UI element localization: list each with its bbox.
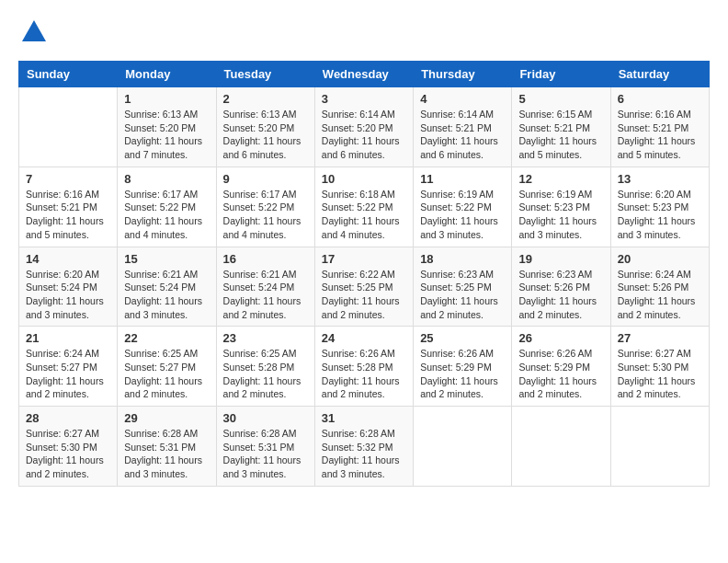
calendar-cell: 11Sunrise: 6:19 AM Sunset: 5:22 PM Dayli… [414, 167, 512, 247]
day-info: Sunrise: 6:27 AM Sunset: 5:30 PM Dayligh… [618, 347, 702, 401]
calendar-cell [512, 407, 610, 487]
logo [18, 18, 48, 52]
day-number: 30 [223, 411, 308, 425]
day-number: 9 [223, 172, 308, 186]
calendar-cell: 13Sunrise: 6:20 AM Sunset: 5:23 PM Dayli… [610, 167, 709, 247]
day-info: Sunrise: 6:24 AM Sunset: 5:27 PM Dayligh… [26, 347, 110, 401]
day-number: 1 [124, 92, 209, 106]
calendar-cell: 21Sunrise: 6:24 AM Sunset: 5:27 PM Dayli… [19, 327, 118, 407]
calendar-cell: 31Sunrise: 6:28 AM Sunset: 5:32 PM Dayli… [314, 407, 413, 487]
calendar-cell: 30Sunrise: 6:28 AM Sunset: 5:31 PM Dayli… [216, 407, 314, 487]
day-info: Sunrise: 6:23 AM Sunset: 5:25 PM Dayligh… [420, 268, 505, 322]
day-number: 7 [26, 172, 110, 186]
day-number: 6 [618, 92, 702, 106]
day-number: 26 [518, 331, 603, 345]
calendar-cell: 2Sunrise: 6:13 AM Sunset: 5:20 PM Daylig… [216, 87, 314, 167]
calendar-cell: 24Sunrise: 6:26 AM Sunset: 5:28 PM Dayli… [314, 327, 413, 407]
day-number: 21 [26, 331, 110, 345]
day-number: 2 [223, 92, 308, 106]
page-header [18, 18, 710, 52]
calendar-cell: 5Sunrise: 6:15 AM Sunset: 5:21 PM Daylig… [512, 87, 610, 167]
calendar-week-4: 21Sunrise: 6:24 AM Sunset: 5:27 PM Dayli… [19, 327, 710, 407]
day-info: Sunrise: 6:17 AM Sunset: 5:22 PM Dayligh… [223, 188, 308, 242]
calendar-cell: 6Sunrise: 6:16 AM Sunset: 5:21 PM Daylig… [610, 87, 709, 167]
day-number: 5 [518, 92, 603, 106]
day-info: Sunrise: 6:23 AM Sunset: 5:26 PM Dayligh… [518, 268, 603, 322]
calendar-cell: 23Sunrise: 6:25 AM Sunset: 5:28 PM Dayli… [216, 327, 314, 407]
calendar-cell [414, 407, 512, 487]
calendar-week-2: 7Sunrise: 6:16 AM Sunset: 5:21 PM Daylig… [19, 167, 710, 247]
calendar-cell: 8Sunrise: 6:17 AM Sunset: 5:22 PM Daylig… [118, 167, 216, 247]
day-info: Sunrise: 6:26 AM Sunset: 5:29 PM Dayligh… [420, 347, 505, 401]
day-info: Sunrise: 6:14 AM Sunset: 5:20 PM Dayligh… [322, 108, 406, 162]
calendar-cell: 9Sunrise: 6:17 AM Sunset: 5:22 PM Daylig… [216, 167, 314, 247]
day-info: Sunrise: 6:21 AM Sunset: 5:24 PM Dayligh… [124, 268, 209, 322]
day-number: 18 [420, 252, 505, 266]
calendar-cell: 3Sunrise: 6:14 AM Sunset: 5:20 PM Daylig… [314, 87, 413, 167]
day-info: Sunrise: 6:28 AM Sunset: 5:31 PM Dayligh… [124, 427, 209, 481]
day-number: 29 [124, 411, 209, 425]
calendar-cell [19, 87, 118, 167]
day-info: Sunrise: 6:16 AM Sunset: 5:21 PM Dayligh… [618, 108, 702, 162]
weekday-header-friday: Friday [512, 62, 610, 87]
day-number: 12 [518, 172, 603, 186]
day-info: Sunrise: 6:25 AM Sunset: 5:27 PM Dayligh… [124, 347, 209, 401]
day-info: Sunrise: 6:18 AM Sunset: 5:22 PM Dayligh… [322, 188, 406, 242]
day-info: Sunrise: 6:27 AM Sunset: 5:30 PM Dayligh… [26, 427, 110, 481]
calendar-cell: 26Sunrise: 6:26 AM Sunset: 5:29 PM Dayli… [512, 327, 610, 407]
day-number: 24 [322, 331, 406, 345]
day-info: Sunrise: 6:13 AM Sunset: 5:20 PM Dayligh… [124, 108, 209, 162]
day-number: 23 [223, 331, 308, 345]
day-number: 17 [322, 252, 406, 266]
day-number: 22 [124, 331, 209, 345]
day-info: Sunrise: 6:22 AM Sunset: 5:25 PM Dayligh… [322, 268, 406, 322]
day-info: Sunrise: 6:24 AM Sunset: 5:26 PM Dayligh… [618, 268, 702, 322]
calendar-cell: 16Sunrise: 6:21 AM Sunset: 5:24 PM Dayli… [216, 247, 314, 327]
day-number: 28 [26, 411, 110, 425]
calendar-cell: 18Sunrise: 6:23 AM Sunset: 5:25 PM Dayli… [414, 247, 512, 327]
weekday-header-saturday: Saturday [610, 62, 709, 87]
weekday-header-thursday: Thursday [414, 62, 512, 87]
day-info: Sunrise: 6:28 AM Sunset: 5:32 PM Dayligh… [322, 427, 406, 481]
day-number: 16 [223, 252, 308, 266]
calendar-cell: 17Sunrise: 6:22 AM Sunset: 5:25 PM Dayli… [314, 247, 413, 327]
calendar-week-3: 14Sunrise: 6:20 AM Sunset: 5:24 PM Dayli… [19, 247, 710, 327]
weekday-header-tuesday: Tuesday [216, 62, 314, 87]
calendar-cell: 4Sunrise: 6:14 AM Sunset: 5:21 PM Daylig… [414, 87, 512, 167]
day-number: 11 [420, 172, 505, 186]
day-number: 27 [618, 331, 702, 345]
calendar-cell: 1Sunrise: 6:13 AM Sunset: 5:20 PM Daylig… [118, 87, 216, 167]
calendar-cell: 10Sunrise: 6:18 AM Sunset: 5:22 PM Dayli… [314, 167, 413, 247]
day-number: 25 [420, 331, 505, 345]
day-info: Sunrise: 6:28 AM Sunset: 5:31 PM Dayligh… [223, 427, 308, 481]
day-number: 8 [124, 172, 209, 186]
calendar-body: 1Sunrise: 6:13 AM Sunset: 5:20 PM Daylig… [19, 87, 710, 487]
day-info: Sunrise: 6:17 AM Sunset: 5:22 PM Dayligh… [124, 188, 209, 242]
weekday-header-sunday: Sunday [19, 62, 118, 87]
day-number: 3 [322, 92, 406, 106]
day-info: Sunrise: 6:26 AM Sunset: 5:29 PM Dayligh… [518, 347, 603, 401]
day-info: Sunrise: 6:26 AM Sunset: 5:28 PM Dayligh… [322, 347, 406, 401]
weekday-header-wednesday: Wednesday [314, 62, 413, 87]
day-info: Sunrise: 6:19 AM Sunset: 5:23 PM Dayligh… [518, 188, 603, 242]
calendar-cell: 19Sunrise: 6:23 AM Sunset: 5:26 PM Dayli… [512, 247, 610, 327]
calendar-cell: 22Sunrise: 6:25 AM Sunset: 5:27 PM Dayli… [118, 327, 216, 407]
day-number: 20 [618, 252, 702, 266]
calendar-cell: 12Sunrise: 6:19 AM Sunset: 5:23 PM Dayli… [512, 167, 610, 247]
calendar-cell: 7Sunrise: 6:16 AM Sunset: 5:21 PM Daylig… [19, 167, 118, 247]
calendar-cell: 20Sunrise: 6:24 AM Sunset: 5:26 PM Dayli… [610, 247, 709, 327]
logo-icon [20, 18, 48, 46]
calendar-header-row: SundayMondayTuesdayWednesdayThursdayFrid… [19, 62, 710, 87]
calendar-cell: 29Sunrise: 6:28 AM Sunset: 5:31 PM Dayli… [118, 407, 216, 487]
day-info: Sunrise: 6:15 AM Sunset: 5:21 PM Dayligh… [518, 108, 603, 162]
day-info: Sunrise: 6:20 AM Sunset: 5:23 PM Dayligh… [618, 188, 702, 242]
weekday-header-monday: Monday [118, 62, 216, 87]
day-number: 19 [518, 252, 603, 266]
calendar-table: SundayMondayTuesdayWednesdayThursdayFrid… [18, 61, 710, 487]
day-info: Sunrise: 6:19 AM Sunset: 5:22 PM Dayligh… [420, 188, 505, 242]
calendar-cell: 15Sunrise: 6:21 AM Sunset: 5:24 PM Dayli… [118, 247, 216, 327]
calendar-week-1: 1Sunrise: 6:13 AM Sunset: 5:20 PM Daylig… [19, 87, 710, 167]
day-info: Sunrise: 6:25 AM Sunset: 5:28 PM Dayligh… [223, 347, 308, 401]
day-info: Sunrise: 6:20 AM Sunset: 5:24 PM Dayligh… [26, 268, 110, 322]
day-info: Sunrise: 6:13 AM Sunset: 5:20 PM Dayligh… [223, 108, 308, 162]
